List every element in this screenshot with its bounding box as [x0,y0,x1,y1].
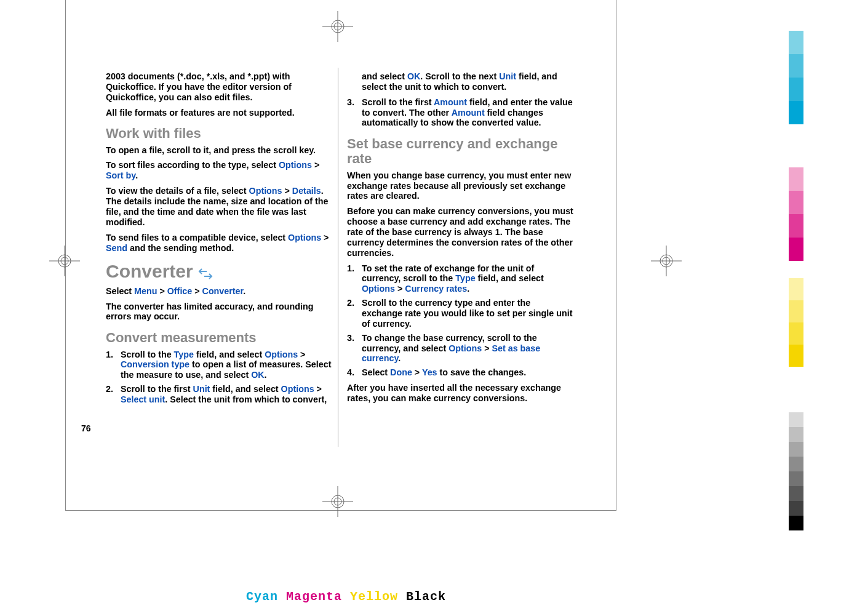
list-item: 1. Scroll to the Type field, and select … [106,350,332,381]
list-item: 3. Scroll to the first Amount field, and… [347,97,573,129]
text: Scroll to the first [362,97,434,107]
text: field, and select [194,350,265,359]
registration-mark-icon [322,11,353,42]
paragraph: To open a file, scroll to it, and press … [106,145,332,156]
paragraph: All file formats or features are not sup… [106,108,332,118]
text: > [482,343,492,353]
heading-set-base-currency: Set base currency and exchange rate [347,137,573,166]
text: Select [106,286,134,296]
menu-path: Options [279,160,312,170]
text: . Select the unit from which to convert, [165,394,327,404]
ui-term: Yes [422,367,437,377]
paragraph: To sort files according to the type, sel… [106,160,332,181]
menu-path: Options [448,343,482,353]
text: To sort files according to the type, sel… [106,160,279,170]
paragraph: Select Menu > Office > Converter. [106,286,332,297]
menu-path: Details [292,186,321,196]
menu-path: Select unit [121,394,165,404]
yellow-swatches [789,278,803,367]
text: To send files to a compatible device, se… [106,233,288,242]
magenta-swatches [789,167,803,261]
text: and the sending method. [127,243,234,253]
registration-mark-icon [322,486,353,517]
heading-text: Converter [106,260,193,282]
text: > [314,384,322,394]
ui-term: Unit [193,384,210,394]
text: Select [362,367,390,377]
text: > [321,233,329,242]
black-swatches [789,412,803,530]
ui-term: Type [174,350,194,359]
right-column: and select OK. Scroll to the next Unit f… [347,71,573,410]
text: to save the changes. [437,367,527,377]
ui-term: Amount [434,97,467,107]
text: Scroll to the first [121,384,193,394]
document-content: 2003 documents (*.doc, *.xls, and *.ppt)… [106,71,573,410]
menu-path: Sort by [106,170,135,180]
list-item: 2. Scroll to the currency type and enter… [347,298,573,329]
ordered-list: 1. To set the rate of exchange for the u… [347,263,573,378]
text: > [192,286,202,296]
menu-path: Conversion type [121,359,189,369]
paragraph: To send files to a compatible device, se… [106,233,332,254]
list-item: 4. Select Done > Yes to save the changes… [347,367,573,378]
heading-converter: Converter [106,260,332,282]
menu-path: Currency rates [405,284,467,294]
paragraph: The converter has limited accuracy, and … [106,302,332,322]
text: field, and select [210,384,281,394]
magenta-label: Magenta [286,590,342,604]
heading-convert-measurements: Convert measurements [106,330,332,345]
ui-term: Type [455,273,475,283]
menu-path: Options [265,350,298,359]
text: and select [362,71,407,81]
ui-term: Unit [499,71,516,81]
paragraph: When you change base currency, you must … [347,170,573,202]
text: > [395,284,405,294]
menu-path: Menu [134,286,157,296]
paragraph: To view the details of a file, select Op… [106,186,332,227]
yellow-label: Yellow [350,590,398,604]
text: Scroll to the currency type and enter th… [362,298,572,329]
list-item: 2. Scroll to the first Unit field, and s… [106,384,332,405]
black-label: Black [406,590,446,604]
cyan-swatches [789,31,803,124]
text: > [298,350,305,359]
heading-work-with-files: Work with files [106,126,332,141]
menu-path: Office [167,286,193,296]
paragraph: Before you can make currency conversions… [347,206,573,258]
text: > [282,186,292,196]
menu-path: Send [106,243,127,253]
paragraph: 2003 documents (*.doc, *.xls, and *.ppt)… [106,71,332,103]
menu-path: Options [249,186,282,196]
text: . Scroll to the next [420,71,499,81]
list-item: 3. To change the base currency, scroll t… [347,333,573,364]
menu-path: Converter [202,286,244,296]
text: > [412,367,422,377]
list-item: 1. To set the rate of exchange for the u… [347,263,573,295]
ui-term: OK [407,71,420,81]
menu-path: Options [362,284,395,294]
ui-term: OK [251,370,264,380]
text: To view the details of a file, select [106,186,249,196]
text: field, and select [476,273,544,283]
converter-icon [198,264,213,279]
ui-term: Done [390,367,412,377]
menu-path: Options [281,384,314,394]
ui-term: Amount [452,108,485,118]
menu-path: Options [288,233,321,242]
cyan-label: Cyan [246,590,278,604]
text: > [157,286,167,296]
left-column: 2003 documents (*.doc, *.xls, and *.ppt)… [106,71,332,410]
text: > [312,160,319,170]
text: Scroll to the [121,350,174,359]
cmyk-label: Cyan Magenta Yellow Black [246,590,446,604]
registration-mark-icon [651,246,682,276]
paragraph: After you have inserted all the necessar… [347,383,573,404]
page-number: 76 [81,423,91,433]
registration-mark-icon [49,246,80,276]
ordered-list: 3. Scroll to the first Amount field, and… [347,97,573,129]
ordered-list: 1. Scroll to the Type field, and select … [106,350,332,405]
paragraph: and select OK. Scroll to the next Unit f… [347,71,573,92]
